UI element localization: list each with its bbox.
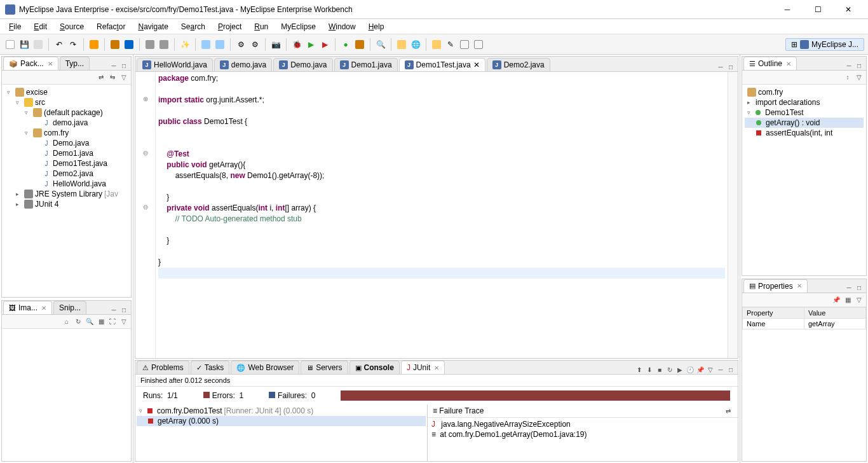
menu-edit[interactable]: Edit	[27, 21, 53, 32]
prev-icon[interactable]: ⬆	[635, 365, 644, 374]
wand-icon[interactable]: ✨	[179, 38, 191, 51]
tab-helloworld[interactable]: JHelloWorld.java	[137, 58, 213, 71]
filter-icon[interactable]: ▽	[855, 73, 864, 82]
menu-help[interactable]: Help	[362, 21, 391, 32]
menu-project[interactable]: Project	[212, 21, 248, 32]
minimize-view-icon[interactable]: ─	[716, 365, 725, 374]
tab-outline[interactable]: ☰ Outline✕	[743, 57, 797, 70]
newpkg-icon[interactable]	[353, 38, 366, 51]
fold-icon[interactable]: ⊕	[135, 93, 155, 104]
tree-file-Demo2[interactable]: JDemo2.java	[4, 169, 128, 179]
menu-source[interactable]: Source	[53, 21, 90, 32]
menu-icon[interactable]: ▽	[119, 317, 128, 326]
outline-method-assert[interactable]: assertEquals(int, int	[745, 128, 864, 138]
maximize-view-icon[interactable]: □	[119, 61, 128, 70]
close-icon[interactable]: ✕	[797, 282, 802, 289]
tab-package-explorer[interactable]: 📦 Pack...✕	[3, 57, 58, 70]
outline-imports[interactable]: ▸import declarations	[745, 97, 864, 107]
mark-icon[interactable]	[430, 38, 443, 51]
props-name-val[interactable]: getArray	[804, 318, 866, 329]
tree-src[interactable]: ▿src	[4, 97, 128, 107]
menu-file[interactable]: File	[3, 21, 27, 32]
collapse-icon[interactable]: ⇄	[97, 73, 105, 82]
outline-method-getarray[interactable]: getArray() : void	[745, 118, 864, 128]
relaunch-icon[interactable]: ▶	[675, 365, 684, 374]
sort-icon[interactable]: ↕	[843, 73, 852, 82]
edit-icon[interactable]: ✎	[444, 38, 457, 51]
perspective-switcher[interactable]: ⊞ MyEclipse J...	[785, 38, 864, 51]
minimize-view-icon[interactable]: ─	[844, 284, 853, 293]
globe-icon[interactable]: 🌐	[409, 38, 422, 51]
rerun-icon[interactable]: ↻	[665, 365, 674, 374]
link-icon[interactable]: ⇆	[108, 73, 117, 82]
tab-Demo1Test[interactable]: JDemo1Test.java✕	[399, 58, 485, 71]
new-icon[interactable]	[4, 38, 17, 51]
tree-pkg-comfry[interactable]: ▿com.fry	[4, 128, 128, 138]
tree-project[interactable]: ▿excise	[4, 87, 128, 97]
pin-icon[interactable]: 📌	[696, 365, 705, 374]
overview-ruler[interactable]	[728, 72, 738, 358]
tab-properties[interactable]: ▤ Properties✕	[743, 279, 808, 293]
filter-icon[interactable]: ▽	[855, 295, 864, 304]
tab-Demo2[interactable]: JDemo2.java	[487, 58, 550, 71]
tree-file-Hello[interactable]: JHelloWorld.java	[4, 179, 128, 189]
tab-type-hierarchy[interactable]: Typ...	[60, 57, 90, 70]
menu-navigate[interactable]: Navigate	[132, 21, 174, 32]
props-name-key[interactable]: Name	[743, 318, 804, 329]
grid2-icon[interactable]	[472, 38, 485, 51]
fold-icon[interactable]: ⊖	[135, 202, 155, 212]
minimize-button[interactable]: ─	[773, 1, 802, 18]
grid-icon[interactable]	[458, 38, 471, 51]
tab-webbrowser[interactable]: 🌐 Web Browser	[231, 361, 299, 374]
tree-file-Demo[interactable]: JDemo.java	[4, 138, 128, 148]
maximize-view-icon[interactable]: □	[855, 61, 864, 70]
deploy-icon[interactable]	[200, 38, 212, 51]
tool1-icon[interactable]	[144, 38, 156, 51]
tab-tasks[interactable]: ✓ Tasks	[191, 361, 230, 374]
camera-icon[interactable]: 📷	[269, 38, 282, 51]
maximize-button[interactable]: ☐	[803, 1, 832, 18]
stop-icon[interactable]: ■	[655, 365, 664, 374]
tree-file-Demo1Test[interactable]: JDemo1Test.java	[4, 158, 128, 169]
fit-icon[interactable]: ⛶	[108, 317, 117, 326]
gear2-icon[interactable]: ⚙	[248, 38, 261, 51]
minimize-view-icon[interactable]: ─	[109, 61, 118, 70]
package-icon[interactable]	[109, 38, 121, 51]
tree-junit[interactable]: ▸JUnit 4	[4, 199, 128, 209]
history-icon[interactable]: 🕘	[686, 365, 695, 374]
close-icon[interactable]: ✕	[786, 60, 791, 67]
close-tab-icon[interactable]: ✕	[473, 60, 480, 69]
cat-icon[interactable]: ▦	[843, 295, 852, 304]
maximize-view-icon[interactable]: □	[855, 284, 864, 293]
menu-refactor[interactable]: Refactor	[90, 21, 132, 32]
tab-Demo1[interactable]: JDemo1.java	[334, 58, 398, 71]
refresh-icon[interactable]: ↻	[74, 317, 83, 326]
newclass-icon[interactable]: ●	[339, 38, 352, 51]
minimize-view-icon[interactable]: ─	[716, 62, 725, 71]
maximize-view-icon[interactable]: □	[119, 305, 128, 314]
maximize-view-icon[interactable]: □	[726, 62, 735, 71]
tab-console[interactable]: ▣ Console	[349, 361, 400, 374]
close-button[interactable]: ✕	[834, 1, 863, 18]
tab-image[interactable]: 🖼 Ima...✕	[3, 301, 52, 314]
menu-icon[interactable]: ▽	[706, 365, 715, 374]
close-icon[interactable]: ✕	[48, 60, 53, 67]
props-col-property[interactable]: Property	[743, 307, 804, 318]
next-icon[interactable]: ⬇	[645, 365, 654, 374]
test-method-row[interactable]: getArray (0.000 s)	[137, 416, 426, 426]
props-col-value[interactable]: Value	[804, 307, 866, 318]
box-icon[interactable]	[123, 38, 135, 51]
tree-file-Demo1[interactable]: JDemo1.java	[4, 148, 128, 158]
menu-search[interactable]: Search	[175, 21, 212, 32]
tab-junit[interactable]: J JUnit✕	[401, 361, 445, 374]
fold-icon[interactable]: ⊖	[135, 148, 155, 158]
debug-icon[interactable]: 🐞	[290, 38, 303, 51]
tab-snippets[interactable]: Snip...	[53, 301, 86, 314]
folder-icon[interactable]	[395, 38, 408, 51]
close-icon[interactable]: ✕	[41, 305, 46, 312]
tab-servers[interactable]: 🖥 Servers	[301, 361, 348, 374]
tree-jre[interactable]: ▸JRE System Library [Jav	[4, 189, 128, 199]
minimize-view-icon[interactable]: ─	[109, 305, 118, 314]
undo-icon[interactable]: ↶	[53, 38, 65, 51]
home-icon[interactable]: ⌂	[62, 317, 71, 326]
